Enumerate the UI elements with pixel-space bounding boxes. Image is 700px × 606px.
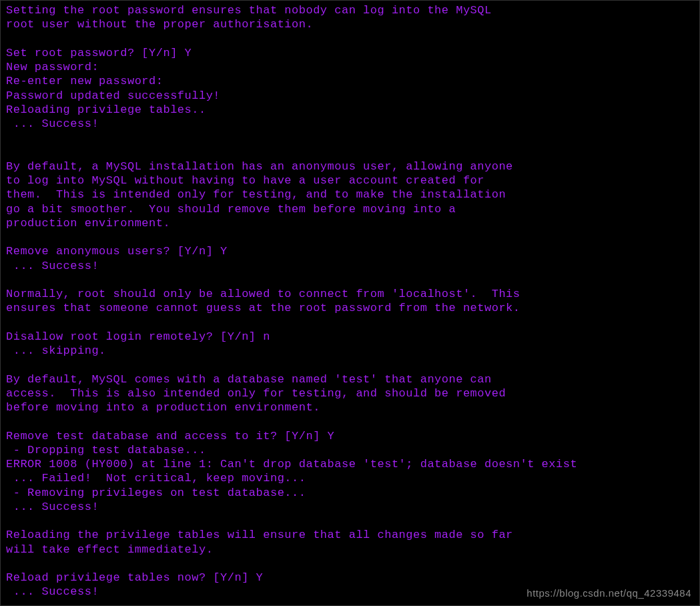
terminal-line: access. This is also intended only for t…	[6, 386, 694, 400]
terminal-line	[6, 557, 694, 571]
terminal-line: Setting the root password ensures that n…	[6, 3, 694, 17]
terminal-line: ... Failed! Not critical, keep moving...	[6, 471, 694, 485]
terminal-line: By default, MySQL comes with a database …	[6, 372, 694, 386]
terminal-line: Password updated successfully!	[6, 89, 694, 103]
terminal-line: ... Success!	[6, 259, 694, 273]
terminal-line	[6, 358, 694, 372]
terminal-line: By default, a MySQL installation has an …	[6, 160, 694, 174]
terminal-line: - Dropping test database...	[6, 443, 694, 457]
terminal-line: Remove test database and access to it? […	[6, 429, 694, 443]
terminal-line: New password:	[6, 60, 694, 74]
terminal-line	[6, 273, 694, 287]
terminal-line: ensures that someone cannot guess at the…	[6, 301, 694, 315]
terminal-line	[6, 414, 694, 428]
terminal-line	[6, 514, 694, 528]
terminal-line: ... skipping.	[6, 344, 694, 358]
terminal-line: Reloading privilege tables..	[6, 103, 694, 117]
terminal-line: to log into MySQL without having to have…	[6, 174, 694, 188]
terminal-line: before moving into a production environm…	[6, 400, 694, 414]
terminal-line: ... Success!	[6, 117, 694, 131]
terminal-line	[6, 316, 694, 330]
terminal-line	[6, 32, 694, 46]
terminal-line: Re-enter new password:	[6, 74, 694, 88]
terminal-line: ERROR 1008 (HY000) at line 1: Can't drop…	[6, 457, 694, 471]
terminal-line: Set root password? [Y/n] Y	[6, 46, 694, 60]
terminal-line: go a bit smoother. You should remove the…	[6, 202, 694, 216]
terminal-line: production environment.	[6, 216, 694, 230]
terminal-line: - Removing privileges on test database..…	[6, 486, 694, 500]
terminal-line: Reload privilege tables now? [Y/n] Y	[6, 571, 694, 585]
terminal-line: root user without the proper authorisati…	[6, 17, 694, 31]
terminal-line: Remove anonymous users? [Y/n] Y	[6, 244, 694, 258]
watermark-text: https://blog.csdn.net/qq_42339484	[527, 587, 691, 600]
terminal-line: Disallow root login remotely? [Y/n] n	[6, 330, 694, 344]
terminal-line: ... Success!	[6, 500, 694, 514]
terminal-line: Normally, root should only be allowed to…	[6, 287, 694, 301]
terminal-line	[6, 131, 694, 145]
terminal-line	[6, 230, 694, 244]
terminal-line: will take effect immediately.	[6, 543, 694, 557]
terminal-line	[6, 145, 694, 160]
terminal-line: Reloading the privilege tables will ensu…	[6, 528, 694, 542]
terminal-line: them. This is intended only for testing,…	[6, 188, 694, 202]
terminal-output[interactable]: Setting the root password ensures that n…	[6, 3, 694, 599]
